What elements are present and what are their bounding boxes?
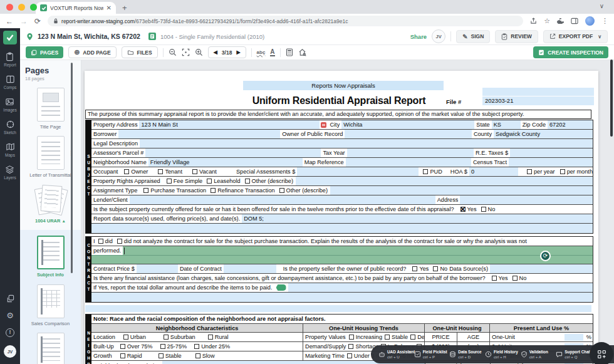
uad-tag-icon[interactable] <box>276 284 286 291</box>
tax-year-field[interactable] <box>347 148 474 157</box>
create-inspection-button[interactable]: CREATE INSPECTION <box>533 46 608 58</box>
browser-tab[interactable]: VOXTUR Reports Now - Form ✕ <box>36 2 116 14</box>
checkbox-refinance[interactable] <box>211 188 216 193</box>
subject-comments-field[interactable] <box>91 224 593 233</box>
font-format-icon[interactable]: A <box>270 49 274 56</box>
browser-profile-avatar[interactable] <box>585 16 595 26</box>
browser-menu-icon[interactable]: ⋮ <box>601 17 608 25</box>
checkbox-owner[interactable] <box>124 169 129 174</box>
lender-client-field[interactable] <box>130 195 435 204</box>
rights-other-field[interactable] <box>296 177 593 185</box>
assignment-other-field[interactable] <box>330 186 593 195</box>
voxtur-logo[interactable] <box>3 31 17 44</box>
address-bar[interactable]: report-writer.anow-staging.com/673eb4f5-… <box>48 16 523 26</box>
hoa-field[interactable]: 0 <box>469 167 518 176</box>
checkbox-tenant[interactable] <box>158 169 163 174</box>
checkbox-over-75[interactable] <box>120 344 125 349</box>
property-address-field[interactable]: 123 N Main St <box>139 120 320 129</box>
checkbox-fee-simple[interactable] <box>167 179 172 184</box>
checkbox-under-25[interactable] <box>194 344 199 349</box>
document-canvas[interactable]: Reports Now Appraisals Uniform Residenti… <box>81 60 614 364</box>
uad-assistant-button[interactable]: UAD Assistantctrl + U <box>378 350 412 360</box>
checkbox-rural[interactable] <box>208 335 213 340</box>
data-sources-field[interactable]: DOM 5; <box>242 214 593 223</box>
checkbox-rights-other[interactable] <box>245 179 250 184</box>
sidebar-item-images[interactable]: Images <box>3 97 16 112</box>
sign-button[interactable]: ✎ SIGN <box>456 30 490 43</box>
data-source-button[interactable]: Data Sourcectrl + D <box>449 350 482 360</box>
checkbox-per-year[interactable] <box>527 169 532 174</box>
checkbox-25-75[interactable] <box>160 344 165 349</box>
apps-grid-button[interactable] <box>590 342 613 364</box>
legal-description-field[interactable] <box>140 139 593 148</box>
back-icon[interactable]: ← <box>6 18 13 25</box>
sidebar-item-comps[interactable]: Comps <box>4 75 17 90</box>
tab-search-chevron-icon[interactable]: ∨ <box>600 3 604 9</box>
share-button[interactable]: Share <box>410 33 427 40</box>
review-button[interactable]: REVIEW <box>495 30 538 43</box>
checkbox-declining[interactable] <box>410 335 415 340</box>
neighborhood-name-field[interactable]: Friendly Village <box>148 158 303 167</box>
fit-to-screen-icon[interactable] <box>182 48 190 56</box>
land-use-field[interactable] <box>565 334 583 341</box>
checkbox-assignment-other[interactable] <box>279 188 284 193</box>
new-tab-button[interactable]: + <box>122 3 127 13</box>
checkbox-offered-no[interactable] <box>481 207 486 212</box>
checkbox-assistance-yes[interactable] <box>492 276 497 281</box>
checkbox-shortage[interactable] <box>348 344 353 349</box>
checkbox-growth-stable[interactable] <box>159 353 164 358</box>
sidebar-item-sketch[interactable]: Sketch <box>4 120 16 135</box>
sidebar-item-report[interactable]: Report <box>4 52 16 67</box>
checkbox-offered-yes[interactable] <box>460 207 466 212</box>
user-avatar[interactable]: JV <box>4 345 16 358</box>
window-zoom-button[interactable] <box>30 4 37 11</box>
zip-field[interactable]: 67202 <box>548 120 593 129</box>
contract-price-field[interactable] <box>137 264 178 273</box>
files-button[interactable]: FILES <box>122 46 158 58</box>
alert-info-icon[interactable]: ! <box>6 328 14 337</box>
checkbox-rapid[interactable] <box>120 353 125 358</box>
add-page-button[interactable]: ⊕ ADD PAGE <box>68 46 116 58</box>
shared-user-avatar[interactable]: JV <box>432 29 445 43</box>
field-picklist-button[interactable]: Field Picklistctrl + P <box>414 350 447 360</box>
reload-icon[interactable]: ⟳ <box>34 18 41 25</box>
side-panel-icon[interactable] <box>571 18 578 24</box>
page-thumb-additional-comparables[interactable]: Additional Comparables 4-6 <box>20 333 81 364</box>
checkbox-per-month[interactable] <box>560 169 565 174</box>
property-lookup-icon[interactable] <box>298 48 306 56</box>
tab-close-icon[interactable]: ✕ <box>107 4 112 11</box>
contract-analysis-field[interactable] <box>123 246 593 255</box>
assistance-amount-field[interactable] <box>288 283 593 292</box>
map-reference-field[interactable] <box>346 158 471 167</box>
checkbox-seller-yes[interactable] <box>412 266 417 271</box>
spellcheck-icon[interactable]: abç <box>257 49 266 55</box>
page-group-label[interactable]: 1004 URAR ▲ <box>35 218 66 224</box>
calculator-icon[interactable] <box>286 48 293 56</box>
city-field[interactable]: Wichita <box>341 120 474 129</box>
sync-refresh-icon[interactable]: ⟳ <box>540 251 551 261</box>
company-banner-field[interactable]: Reports Now Appraisals <box>243 81 444 90</box>
owner-of-record-field[interactable] <box>345 130 472 138</box>
file-number-field[interactable]: 202303-21 <box>482 96 594 105</box>
checkbox-leasehold[interactable] <box>207 179 212 184</box>
document-scrollbar[interactable] <box>610 60 613 137</box>
checkbox-did[interactable] <box>98 239 103 244</box>
contract-date-field[interactable] <box>224 264 276 273</box>
bookmark-star-icon[interactable]: ☆ <box>544 17 550 25</box>
window-minimize-button[interactable] <box>18 4 25 11</box>
field-history-button[interactable]: Field Historyctrl + H <box>485 350 518 360</box>
checkbox-assistance-no[interactable] <box>513 276 518 281</box>
census-tract-field[interactable] <box>509 158 593 167</box>
checkbox-under-3[interactable] <box>347 353 352 358</box>
sidebar-item-layers[interactable]: Layers <box>4 165 16 180</box>
checkbox-did-not[interactable] <box>117 239 122 244</box>
state-field[interactable]: KS <box>492 120 521 129</box>
checkbox-slow[interactable] <box>195 353 200 358</box>
window-close-button[interactable] <box>6 4 13 11</box>
page-thumb-sales-comparison[interactable]: Sales Comparison <box>20 284 81 327</box>
next-page-icon[interactable]: ▶ <box>236 49 240 55</box>
checkbox-urban[interactable] <box>123 335 128 340</box>
checkbox-pud[interactable] <box>423 169 428 174</box>
collapse-chevron-icon[interactable]: ▲ <box>62 219 66 223</box>
share-page-icon[interactable] <box>530 18 537 24</box>
